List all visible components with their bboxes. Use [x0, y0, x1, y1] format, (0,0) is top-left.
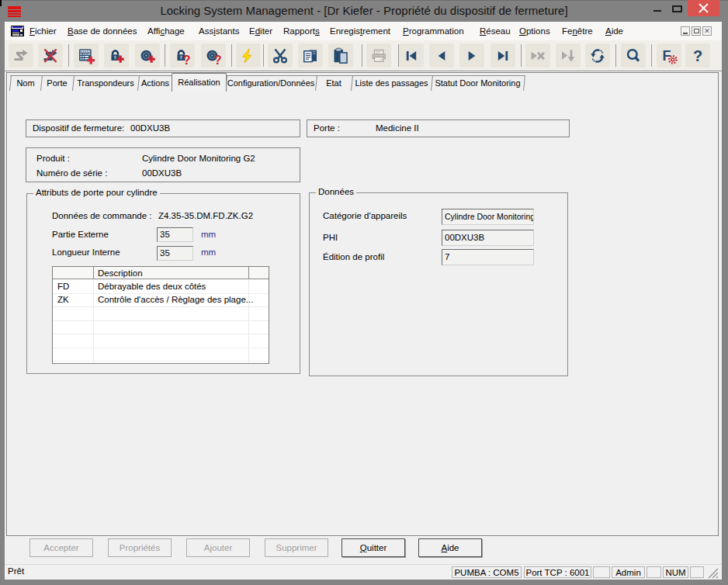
svg-text:?: ? — [183, 54, 191, 65]
svg-text:?: ? — [214, 54, 222, 65]
svg-text:?: ? — [693, 47, 702, 64]
